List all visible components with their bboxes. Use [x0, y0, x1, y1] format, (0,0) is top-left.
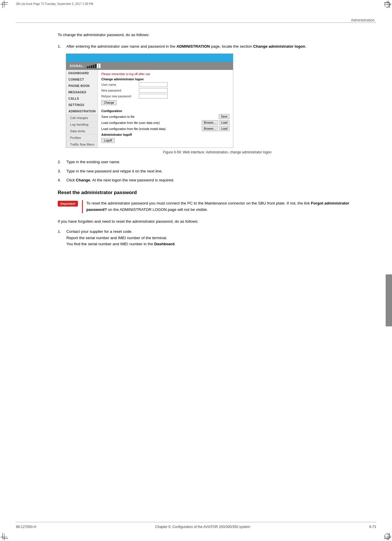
- sc-load-user-row: Load configuration from file (user data …: [101, 120, 229, 125]
- page-header: Administration: [351, 18, 375, 22]
- sidebar-tab: [386, 274, 392, 326]
- footer-left: 98-127093-H: [16, 525, 36, 529]
- sc-logoff-button[interactable]: Logoff: [101, 138, 115, 143]
- sc-change-button[interactable]: Change: [101, 100, 117, 105]
- sc-new-password-label: New password: [101, 89, 139, 92]
- screenshot-inner: DASHBOARD CONNECT PHONE BOOK MESSAGES CA…: [66, 70, 233, 148]
- nav-connect[interactable]: CONNECT: [66, 76, 98, 83]
- sc-retype-label: Retype new password: [101, 94, 139, 98]
- reset-step-1-bold: Dashboard: [154, 242, 175, 246]
- circle-mark-tr: [384, 2, 390, 8]
- page-footer: 98-127093-H Chapter 6: Configuration of …: [16, 525, 376, 529]
- crosshair-bl: [1, 533, 8, 540]
- step-2-item: 2. Type in the existing user name.: [58, 159, 369, 165]
- step-1-text: After entering the administrator user na…: [66, 43, 306, 50]
- step-1-bold1: ADMINISTRATION: [176, 44, 210, 49]
- sc-load-button-2[interactable]: Load: [219, 126, 229, 131]
- sc-admin-logoff-title: Administrator logoff: [101, 133, 229, 136]
- nav-calls[interactable]: CALLS: [66, 95, 98, 102]
- signal-bar-3: [91, 65, 92, 68]
- nav-messages[interactable]: MESSAGES: [66, 89, 98, 95]
- reset-step-1-num: 1.: [58, 228, 66, 247]
- signal-label: SIGNAL:: [70, 64, 85, 68]
- signal-bar-5: [95, 64, 96, 68]
- signal-bars: [87, 64, 100, 68]
- step-1-item: 1. After entering the administrator user…: [58, 43, 369, 50]
- reset-step-1-text: Contact your supplier for a reset code. …: [66, 228, 176, 247]
- screenshot-box: SIGNAL: DASHBOARD CONNECT PHONE BOOK MES…: [66, 53, 233, 148]
- nav-data-limits[interactable]: Data limits: [66, 128, 98, 134]
- step-4-bold: Change: [76, 178, 90, 182]
- sc-load-install-label: Load configuration from file (include in…: [101, 127, 201, 131]
- sc-user-name-label: User name: [101, 83, 139, 86]
- step-2-num: 2.: [58, 159, 66, 165]
- circle-mark-br: [384, 533, 390, 539]
- screenshot-nav: DASHBOARD CONNECT PHONE BOOK MESSAGES CA…: [66, 70, 98, 148]
- nav-administration[interactable]: ADMINISTRATION: [66, 108, 98, 114]
- sc-notice: Please remember to log off after use: [101, 72, 229, 76]
- important-box: Important To reset the administrator pas…: [58, 200, 369, 213]
- sc-load-user-label: Load configuration from file (user data …: [101, 121, 201, 124]
- sc-new-password-row: New password: [101, 88, 229, 93]
- nav-traffic-flow[interactable]: Traffic flow filters: [66, 141, 98, 148]
- signal-bar-6: [97, 64, 98, 68]
- sc-retype-row: Retype new password: [101, 94, 229, 98]
- nav-call-charges[interactable]: Call charges: [66, 114, 98, 121]
- step-2-text: Type in the existing user name.: [66, 159, 120, 165]
- sc-browse-button-2[interactable]: Browse...: [202, 126, 218, 131]
- sc-browse-button-1[interactable]: Browse...: [202, 120, 218, 125]
- important-badge: Important: [58, 201, 78, 207]
- sc-user-name-row: User name: [101, 82, 229, 87]
- step-4-text: Click Change. At the next logon the new …: [66, 177, 174, 183]
- sc-save-config-label: Save configuration to file: [101, 115, 218, 118]
- reset-step-1: 1. Contact your supplier for a reset cod…: [58, 228, 369, 247]
- figure-caption: Figure 6-56: Web interface: Administrati…: [66, 150, 369, 154]
- footer-line: [16, 522, 376, 522]
- reset-intro: If you have forgotten and need to reset …: [58, 218, 369, 225]
- sc-load-install-row: Load configuration from file (include in…: [101, 126, 229, 131]
- signal-bar-4: [93, 65, 94, 68]
- step-3-item: 3. Type in the new password and retype i…: [58, 168, 369, 174]
- step-1-bold2: Change administrator logon: [253, 44, 305, 49]
- crosshair-tl: [1, 1, 8, 8]
- nav-settings[interactable]: SETTINGS: [66, 102, 98, 108]
- screenshot-blue-bar: [66, 54, 233, 62]
- step-3-num: 3.: [58, 168, 66, 174]
- sc-load-button-1[interactable]: Load: [219, 120, 229, 125]
- important-bold: Forgot administrator password?: [86, 201, 349, 212]
- sc-new-password-input[interactable]: [139, 88, 168, 93]
- step-1-num: 1.: [58, 43, 66, 50]
- sc-user-name-input[interactable]: [139, 82, 168, 87]
- screenshot-content: Please remember to log off after use Cha…: [98, 70, 233, 148]
- header-line: [16, 23, 376, 23]
- nav-profiles[interactable]: Profiles: [66, 134, 98, 141]
- nav-log-handling[interactable]: Log handling: [66, 121, 98, 128]
- step-4-num: 4.: [58, 177, 66, 183]
- signal-bar-7: [99, 64, 100, 68]
- intro-text: To change the administrator password, do…: [58, 33, 149, 37]
- important-text: To reset the administrator password you …: [82, 200, 369, 213]
- step-3-text: Type in the new password and retype it o…: [66, 168, 163, 174]
- sc-save-button[interactable]: Save: [219, 114, 229, 119]
- main-content: To change the administrator password, do…: [58, 26, 369, 251]
- sc-config-title: Configuration: [101, 109, 229, 113]
- book-title: SB-Lite.book Page 73 Tuesday, September …: [16, 2, 93, 5]
- reset-heading: Reset the administrator password: [58, 190, 369, 196]
- screenshot-signal-bar: SIGNAL:: [66, 62, 233, 70]
- signal-bar-1: [87, 66, 88, 68]
- footer-right: 6-73: [369, 525, 376, 529]
- sc-change-logon-title: Change administrator logon: [101, 77, 229, 81]
- step-4-item: 4. Click Change. At the next logon the n…: [58, 177, 369, 183]
- intro-section: To change the administrator password, do…: [58, 32, 369, 38]
- footer-center: Chapter 6: Configuration of the AVIATOR …: [155, 525, 250, 529]
- reset-section: If you have forgotten and need to reset …: [58, 218, 369, 247]
- sc-save-config-row: Save configuration to file Save: [101, 114, 229, 119]
- signal-bar-2: [89, 66, 90, 68]
- nav-dashboard[interactable]: DASHBOARD: [66, 70, 98, 76]
- nav-phone-book[interactable]: PHONE BOOK: [66, 83, 98, 89]
- sc-retype-input[interactable]: [139, 94, 168, 98]
